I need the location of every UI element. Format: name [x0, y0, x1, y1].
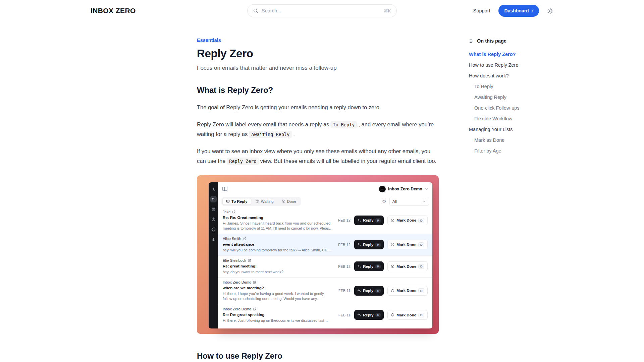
reply-shortcut-badge: R [375, 313, 381, 317]
check-circle-icon [391, 289, 394, 293]
theme-toggle-button[interactable] [547, 8, 553, 14]
reply-label: Reply [363, 289, 373, 293]
email-subject: event attendance [223, 242, 333, 247]
inbox-zero-logo[interactable]: INBOX ZERO [91, 7, 136, 15]
mark-done-button: Mark DoneD [387, 310, 428, 320]
email-date: FEB 12 [338, 243, 351, 247]
email-row: Inbox Zero Demo Re: Re: great speaking H… [218, 304, 432, 326]
check-circle-icon [391, 313, 394, 317]
tab-waiting: Waiting [252, 198, 277, 205]
filter-value: All [392, 199, 397, 203]
clock-icon [210, 216, 217, 223]
external-link-icon [232, 210, 235, 214]
check-circle-icon [282, 199, 285, 203]
chevron-down-icon [425, 187, 428, 191]
toc-link-what-is-reply-zero[interactable]: What is Reply Zero? [469, 49, 539, 60]
reply-button: ReplyR [354, 240, 384, 249]
reply-zero-icon [210, 196, 217, 202]
external-link-icon [248, 259, 251, 262]
sun-icon [547, 8, 553, 14]
reply-arrow-icon [357, 243, 361, 246]
search-input[interactable] [262, 8, 380, 13]
toc-link-how-does-it-work[interactable]: How does it work? [469, 70, 539, 81]
mark-done-shortcut-badge: D [418, 242, 424, 247]
email-sender: Inbox Zero Demo [223, 307, 251, 311]
email-row: Elie Steinbock Re: great meeting! hey, d… [218, 256, 432, 278]
reply-button: ReplyR [354, 310, 384, 320]
paragraph-2-text: . [293, 131, 295, 137]
email-sender: Jake [223, 210, 230, 214]
page-subtitle: Focus on emails that matter and never mi… [197, 65, 439, 71]
email-snippet: Hi James, Since I haven’t heard back fro… [223, 221, 333, 231]
account-name: Inbox Zero Demo [388, 187, 422, 191]
external-link-icon [243, 237, 246, 240]
mark-done-label: Mark Done [396, 243, 416, 247]
envelope-icon [226, 199, 230, 203]
tab-label: Waiting [261, 199, 274, 203]
toc-link-flexible-workflow[interactable]: Flexible Workflow [469, 113, 539, 124]
email-snippet: Hi there, I hope you’re having a good we… [223, 291, 334, 301]
header-actions: Support Dashboard › [473, 5, 553, 17]
demo-app-window: Inbox Zero Demo To Reply Waiting [218, 182, 432, 328]
search-icon [253, 8, 258, 13]
reply-label: Reply [363, 264, 373, 268]
mark-done-label: Mark Done [396, 313, 416, 317]
section-heading-how-to-use: How to use Reply Zero [197, 351, 439, 361]
email-row: Inbox Zero Demo when are we meeting? Hi … [218, 278, 432, 304]
toc-link-to-reply[interactable]: To Reply [469, 81, 539, 92]
clock-icon [256, 199, 259, 203]
external-link-icon [253, 307, 256, 311]
reply-button: ReplyR [354, 286, 384, 296]
email-sender: Inbox Zero Demo [223, 280, 251, 285]
email-snippet: hey, will you be coming tomorrow for the… [223, 248, 333, 253]
demo-tabs: To Reply Waiting Done [221, 197, 301, 206]
check-circle-icon [391, 219, 394, 222]
email-row-highlighted: Alice Smith event attendance hey, will y… [218, 234, 432, 256]
toc-link-one-click-follow-ups[interactable]: One-click Follow-ups [469, 103, 539, 113]
paragraph-1: The goal of Reply Zero is getting your e… [197, 103, 439, 112]
chevron-down-icon [423, 200, 426, 203]
email-subject: when are we meeting? [223, 286, 334, 291]
toc-link-how-to-use[interactable]: How to use Reply Zero [469, 60, 539, 70]
on-this-page-toc: On this page What is Reply Zero? How to … [469, 38, 539, 156]
email-date: FEB 11 [338, 313, 351, 317]
demo-app-sidebar [209, 182, 218, 328]
reply-label: Reply [363, 218, 373, 222]
paragraph-3-text: view. But these emails will all be label… [260, 158, 437, 164]
mark-done-button: Mark DoneD [387, 261, 428, 271]
reply-arrow-icon [357, 264, 361, 268]
mark-done-shortcut-badge: D [418, 218, 424, 223]
reply-arrow-icon [357, 289, 361, 293]
support-link[interactable]: Support [473, 8, 490, 13]
sparkles-icon [210, 186, 217, 192]
toc-list: What is Reply Zero? How to use Reply Zer… [469, 49, 539, 156]
tag-icon [210, 226, 217, 233]
reply-label: Reply [363, 243, 373, 247]
doc-article: Essentials Reply Zero Focus on emails th… [197, 38, 439, 361]
toc-link-filter-by-age[interactable]: Filter by Age [469, 145, 539, 156]
tab-label: Done [287, 199, 297, 203]
inline-code-awaiting-reply: Awaiting Reply [249, 131, 292, 138]
mark-done-button: Mark DoneD [387, 286, 428, 296]
toc-link-awaiting-reply[interactable]: Awaiting Reply [469, 92, 539, 103]
email-sender: Alice Smith [223, 237, 241, 241]
mark-done-label: Mark Done [396, 289, 416, 293]
section-heading-what-is-reply-zero: What is Reply Zero? [197, 85, 439, 95]
email-sender: Elie Steinbock [223, 258, 246, 263]
toc-link-managing-your-lists[interactable]: Managing Your Lists [469, 124, 539, 135]
reply-button: ReplyR [354, 216, 384, 225]
email-subject: Re: great meeting! [223, 264, 333, 269]
email-subject: Re: Re: Great meeting [223, 215, 333, 220]
demo-toolbar: To Reply Waiting Done ⚙ [218, 196, 432, 207]
email-list: Jake Re: Re: Great meeting Hi James, Sin… [218, 207, 432, 328]
dashboard-button[interactable]: Dashboard › [498, 5, 539, 17]
page-title: Reply Zero [197, 47, 439, 60]
reply-label: Reply [363, 313, 373, 317]
reply-shortcut-badge: R [375, 243, 381, 247]
toc-link-mark-as-done[interactable]: Mark as Done [469, 135, 539, 145]
gear-icon: ⚙ [382, 199, 386, 203]
chevron-right-icon: › [531, 8, 533, 13]
tab-label: To Reply [231, 199, 248, 203]
archive-icon [210, 206, 217, 213]
demo-app-header: Inbox Zero Demo [218, 182, 432, 196]
